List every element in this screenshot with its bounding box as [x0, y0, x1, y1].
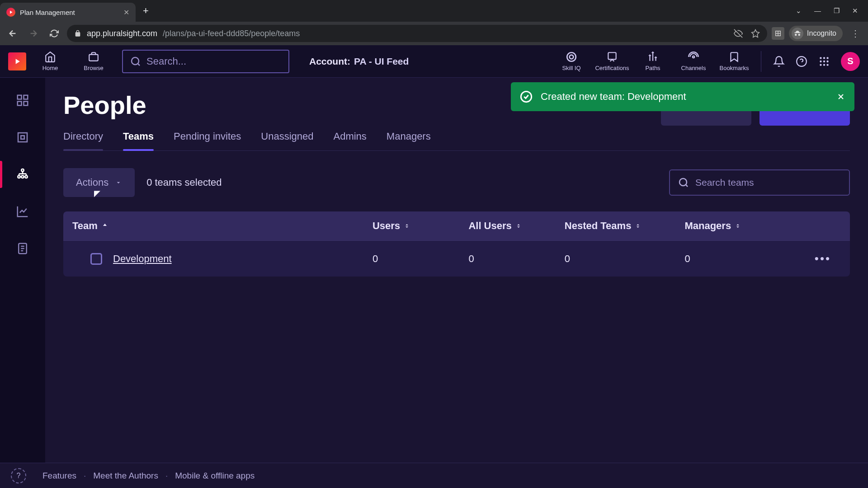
- th-managers[interactable]: Managers: [684, 220, 805, 232]
- cell-nested-teams: 0: [565, 253, 685, 265]
- svg-point-14: [820, 64, 821, 66]
- tab-admins[interactable]: Admins: [334, 131, 367, 150]
- skilliq-icon: [566, 51, 577, 63]
- account-value: PA - UI Feed: [354, 56, 409, 67]
- sort-icon: [735, 223, 741, 229]
- search-icon: [130, 56, 141, 67]
- certifications-icon: [606, 51, 618, 63]
- tab-directory[interactable]: Directory: [63, 131, 103, 150]
- sidebar-item-analytics[interactable]: [12, 201, 33, 222]
- notifications-button[interactable]: [769, 51, 789, 72]
- sort-icon: [404, 223, 410, 229]
- table-row: Development 0 0 0 0 •••: [63, 240, 850, 277]
- footer-help-icon[interactable]: ?: [11, 468, 26, 483]
- sort-icon: [635, 223, 641, 229]
- apps-grid-icon: [818, 56, 830, 67]
- svg-point-9: [823, 57, 825, 59]
- tab-managers[interactable]: Managers: [387, 131, 431, 150]
- cell-managers: 0: [684, 253, 805, 265]
- extensions-icon[interactable]: [772, 27, 784, 40]
- incognito-chip[interactable]: Incognito: [789, 26, 843, 41]
- team-search-input[interactable]: [695, 177, 841, 188]
- nav-home[interactable]: Home: [31, 48, 70, 75]
- priorities-icon: [16, 131, 29, 144]
- browser-tab-bar: Plan Management ✕ + ⌄ ― ❐ ✕: [0, 0, 868, 22]
- forward-button[interactable]: [25, 25, 42, 42]
- nav-bookmarks-label: Bookmarks: [719, 65, 749, 71]
- star-icon[interactable]: [751, 29, 760, 38]
- browser-menu-icon[interactable]: ⋮: [847, 28, 863, 39]
- sidebar-item-log[interactable]: [12, 238, 33, 259]
- window-maximize-icon[interactable]: ❐: [834, 7, 840, 15]
- svg-point-11: [820, 60, 821, 62]
- global-search-input[interactable]: [146, 56, 281, 67]
- footer-link-features[interactable]: Features: [42, 471, 76, 481]
- incognito-label: Incognito: [807, 29, 836, 38]
- global-search[interactable]: [122, 50, 289, 73]
- url-host: app.pluralsight.com: [87, 29, 157, 38]
- nav-browse[interactable]: Browse: [74, 48, 113, 75]
- footer-link-mobile[interactable]: Mobile & offline apps: [175, 471, 255, 481]
- svg-point-24: [21, 176, 24, 178]
- svg-rect-17: [18, 95, 22, 99]
- footer: ? Features · Meet the Authors · Mobile &…: [0, 463, 868, 488]
- account-label: Account: PA - UI Feed: [309, 56, 409, 67]
- app-logo[interactable]: [8, 52, 26, 70]
- sidebar-item-dashboard[interactable]: [12, 89, 33, 111]
- back-button[interactable]: [5, 25, 21, 42]
- lock-icon: [74, 30, 81, 37]
- tab-close-icon[interactable]: ✕: [123, 8, 129, 17]
- team-search[interactable]: [669, 169, 850, 196]
- log-icon: [16, 242, 29, 255]
- nav-home-label: Home: [42, 65, 58, 71]
- toast-message: Created new team: Development: [541, 91, 686, 103]
- th-all-users-label: All Users: [468, 220, 511, 232]
- sidebar: [0, 78, 45, 463]
- svg-point-33: [679, 178, 687, 186]
- sidebar-item-priorities[interactable]: [12, 127, 33, 148]
- th-nested-teams[interactable]: Nested Teams: [565, 220, 685, 232]
- apps-button[interactable]: [814, 51, 835, 72]
- tab-pending-invites[interactable]: Pending invites: [174, 131, 241, 150]
- eye-off-icon[interactable]: [734, 29, 743, 38]
- browser-tab[interactable]: Plan Management ✕: [0, 3, 136, 22]
- nav-channels[interactable]: Channels: [674, 48, 713, 75]
- new-tab-button[interactable]: +: [136, 5, 156, 17]
- channels-icon: [688, 51, 699, 63]
- tab-dropdown-icon[interactable]: ⌄: [796, 7, 802, 15]
- toast-close-icon[interactable]: [836, 92, 845, 101]
- window-close-icon[interactable]: ✕: [852, 7, 858, 15]
- nav-certifications[interactable]: Certifications: [593, 48, 632, 75]
- teams-table: Team Users All Users Nested Teams Manage…: [63, 211, 850, 277]
- row-checkbox[interactable]: [90, 253, 102, 265]
- svg-point-23: [18, 176, 20, 178]
- window-minimize-icon[interactable]: ―: [814, 7, 821, 15]
- nav-paths-label: Paths: [645, 65, 660, 71]
- address-bar[interactable]: app.pluralsight.com/plans/pa-ui-feed-ddd…: [67, 25, 767, 42]
- tab-teams[interactable]: Teams: [123, 131, 154, 150]
- nav-skilliq[interactable]: Skill IQ: [552, 48, 591, 75]
- content: ◤ Created new team: Development People D…: [45, 78, 868, 463]
- tab-unassigned[interactable]: Unassigned: [261, 131, 313, 150]
- nav-channels-label: Channels: [681, 65, 706, 71]
- team-link[interactable]: Development: [113, 253, 172, 265]
- nav-skilliq-label: Skill IQ: [562, 65, 580, 71]
- sidebar-item-people[interactable]: [12, 164, 33, 185]
- avatar[interactable]: S: [841, 52, 860, 71]
- cell-all-users: 0: [468, 253, 564, 265]
- th-all-users[interactable]: All Users: [468, 220, 564, 232]
- footer-link-authors[interactable]: Meet the Authors: [93, 471, 158, 481]
- tab-favicon: [6, 8, 15, 17]
- row-menu-button[interactable]: •••: [805, 252, 841, 266]
- reload-button[interactable]: [46, 25, 62, 42]
- dashboard-icon: [16, 94, 29, 107]
- nav-bookmarks[interactable]: Bookmarks: [715, 48, 754, 75]
- sort-asc-icon: [101, 222, 108, 230]
- svg-point-1: [132, 57, 139, 65]
- th-team[interactable]: Team: [72, 220, 373, 232]
- actions-dropdown[interactable]: Actions: [63, 168, 135, 197]
- th-users-label: Users: [373, 220, 400, 232]
- nav-paths[interactable]: Paths: [633, 48, 672, 75]
- th-users[interactable]: Users: [373, 220, 468, 232]
- help-button[interactable]: [791, 51, 812, 72]
